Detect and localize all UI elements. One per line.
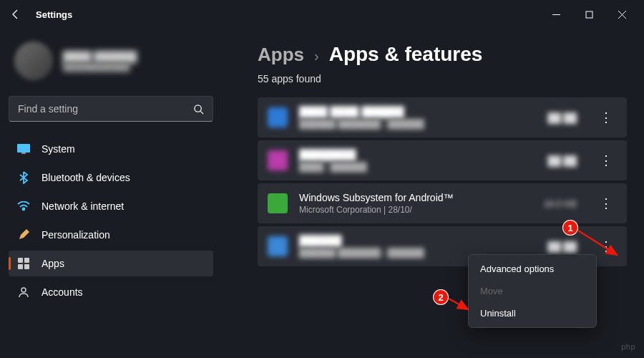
app-card[interactable]: ████████ ████ | ██████ ██ ██ ⋮ <box>258 140 627 180</box>
window-controls <box>540 3 638 26</box>
nav-item-personalization[interactable]: Personalization <box>9 222 213 248</box>
search-box[interactable] <box>9 96 213 122</box>
svg-rect-12 <box>24 264 29 269</box>
app-icon <box>268 236 288 256</box>
arrow-left-icon <box>10 9 21 20</box>
profile-section[interactable]: ████ ██████ ████████████ <box>9 36 213 93</box>
app-size: 16.0 KB <box>544 198 577 209</box>
app-size: ██ ██ <box>548 155 577 166</box>
svg-point-8 <box>23 208 25 211</box>
bluetooth-icon <box>17 171 30 184</box>
svg-line-14 <box>578 231 617 255</box>
annotation-badge-2: 2 <box>433 289 449 305</box>
personalization-icon <box>17 228 30 241</box>
more-vertical-icon: ⋮ <box>600 153 613 168</box>
back-button[interactable] <box>6 4 26 24</box>
nav-label: Bluetooth & devices <box>42 172 130 183</box>
breadcrumb: Apps › Apps & features <box>258 43 627 66</box>
profile-email: ████████████ <box>63 62 137 71</box>
nav-item-system[interactable]: System <box>9 136 213 162</box>
avatar <box>14 42 53 80</box>
svg-rect-6 <box>17 144 30 153</box>
more-vertical-icon: ⋮ <box>600 110 613 125</box>
svg-rect-7 <box>21 153 26 154</box>
network-icon <box>17 200 30 213</box>
nav-item-network[interactable]: Network & internet <box>9 193 213 219</box>
nav-label: Accounts <box>42 286 83 298</box>
nav-item-apps[interactable]: Apps <box>9 251 213 276</box>
app-name: ████████ <box>299 149 537 160</box>
apps-count: 55 apps found <box>258 73 627 84</box>
svg-rect-1 <box>586 11 592 18</box>
svg-rect-10 <box>24 258 29 263</box>
app-meta: ████ | ██████ <box>299 162 537 172</box>
app-icon <box>268 193 288 213</box>
annotation-arrow-2 <box>447 296 475 315</box>
context-item-move: Move <box>472 280 593 302</box>
svg-line-5 <box>200 111 203 114</box>
watermark: php <box>621 342 635 351</box>
app-list: ████ ████ ██████ ██████ ███████ | ██████… <box>258 97 627 266</box>
breadcrumb-parent[interactable]: Apps <box>258 44 304 66</box>
app-more-button[interactable]: ⋮ <box>595 107 617 128</box>
app-card[interactable]: Windows Subsystem for Android™ Microsoft… <box>258 183 627 223</box>
maximize-icon <box>585 11 593 19</box>
svg-line-15 <box>449 299 468 309</box>
nav-label: Network & internet <box>42 200 124 212</box>
nav-item-bluetooth[interactable]: Bluetooth & devices <box>9 165 213 190</box>
app-meta: ██████ ███████ | ██████ <box>299 119 537 129</box>
app-icon <box>268 150 288 170</box>
svg-rect-9 <box>18 258 23 263</box>
titlebar: Settings <box>0 0 644 29</box>
more-vertical-icon: ⋮ <box>600 195 613 211</box>
svg-point-4 <box>195 105 201 111</box>
app-card[interactable]: ████ ████ ██████ ██████ ███████ | ██████… <box>258 97 627 137</box>
search-input[interactable] <box>18 103 193 115</box>
app-icon <box>268 107 288 127</box>
maximize-button[interactable] <box>572 3 605 26</box>
close-icon <box>618 11 626 19</box>
minimize-icon <box>552 11 560 19</box>
svg-point-13 <box>21 288 26 292</box>
nav-label: System <box>42 143 75 155</box>
close-button[interactable] <box>605 3 638 26</box>
window-title: Settings <box>36 9 72 20</box>
nav-label: Personalization <box>42 229 110 241</box>
app-size: ██ ██ <box>548 112 577 123</box>
profile-name: ████ ██████ <box>63 51 137 62</box>
app-name: ██████ <box>299 235 537 246</box>
system-icon <box>17 142 30 155</box>
svg-rect-11 <box>18 264 23 269</box>
app-meta: Microsoft Corporation | 28/10/ <box>299 205 532 215</box>
app-name: Windows Subsystem for Android™ <box>299 192 532 203</box>
app-name: ████ ████ ██████ <box>299 106 537 117</box>
search-icon <box>193 104 204 115</box>
minimize-button[interactable] <box>540 3 572 26</box>
apps-icon <box>17 257 30 270</box>
sidebar: ████ ██████ ████████████ System Bluetoot… <box>0 29 222 358</box>
app-more-button[interactable]: ⋮ <box>595 150 617 171</box>
accounts-icon <box>17 286 30 299</box>
context-item-uninstall[interactable]: Uninstall <box>472 302 593 324</box>
context-menu: Advanced options Move Uninstall <box>468 254 597 328</box>
chevron-right-icon: › <box>314 48 319 64</box>
app-size: ██ ██ <box>548 241 577 252</box>
app-more-button[interactable]: ⋮ <box>595 193 617 214</box>
nav-item-accounts[interactable]: Accounts <box>9 279 213 305</box>
breadcrumb-current: Apps & features <box>329 43 483 66</box>
annotation-arrow-1 <box>575 228 625 263</box>
nav-label: Apps <box>42 258 64 269</box>
annotation-badge-1: 1 <box>562 220 578 236</box>
